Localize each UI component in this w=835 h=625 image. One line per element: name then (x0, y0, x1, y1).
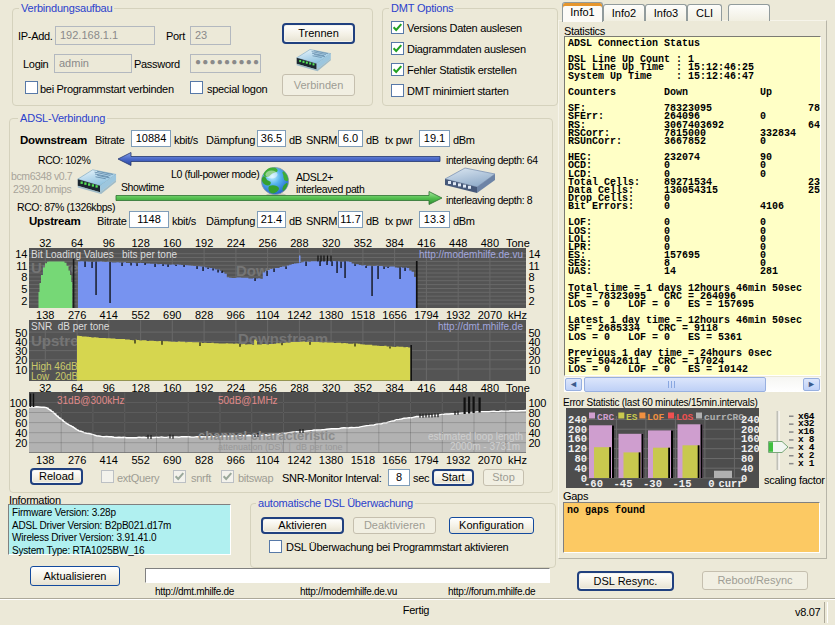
svg-text:Low 20dB: Low 20dB (31, 371, 79, 382)
svg-text:-60: -60 (584, 478, 603, 489)
svg-text:ES: ES (626, 412, 638, 423)
svg-text:50dB@1MHz: 50dB@1MHz (218, 395, 278, 406)
svg-text:SNR dB per tone: SNR dB per tone (31, 321, 110, 332)
svg-text:Bit Loading Values bits per: Bit Loading Values bits per tone (31, 249, 177, 260)
svg-text:2000m - 3731m: 2000m - 3731m (450, 441, 520, 452)
svg-text:currCRC: currCRC (704, 412, 744, 423)
svg-text:0: 0 (708, 478, 714, 489)
svg-text:-30: -30 (643, 478, 662, 489)
svg-text:http://modemhilfe.de.vu: http://modemhilfe.de.vu (419, 249, 523, 260)
svg-text:LOS: LOS (676, 412, 693, 423)
svg-text:attenuation (DS) | dB per to: attenuation (DS) | dB per tone (218, 442, 342, 452)
svg-text:-15: -15 (673, 478, 692, 489)
svg-text:channel characteristic: channel characteristic (198, 428, 335, 443)
svg-text:CRC: CRC (597, 412, 614, 423)
svg-text:-45: -45 (614, 478, 633, 489)
svg-text:http://dmt.mhilfe.de: http://dmt.mhilfe.de (438, 321, 523, 332)
svg-text:31dB@300kHz: 31dB@300kHz (57, 395, 124, 406)
svg-text:curr: curr (718, 478, 743, 489)
svg-text:LOF: LOF (647, 412, 664, 423)
